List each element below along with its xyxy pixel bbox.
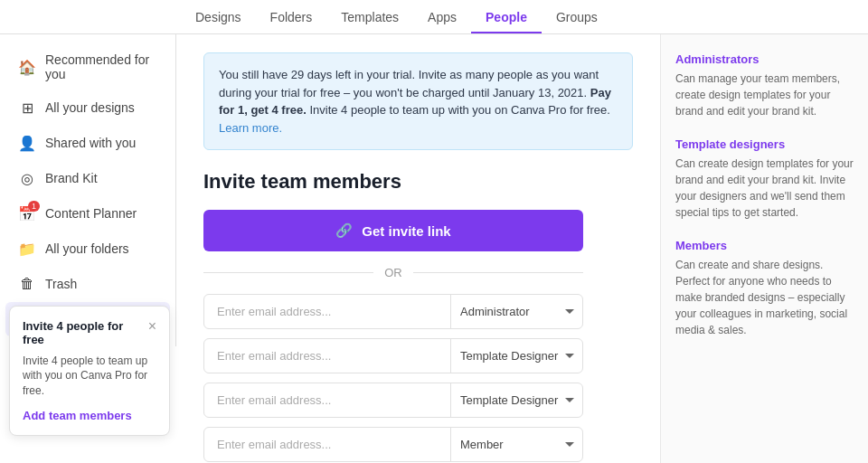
link-icon: 🔗 <box>335 222 353 239</box>
trial-text-after: Invite 4 people to team up with you on C… <box>307 103 610 117</box>
page-title: Invite team members <box>203 170 633 194</box>
sidebar-label-content-planner: Content Planner <box>45 206 137 221</box>
sidebar-label-all-folders: All your folders <box>45 241 129 256</box>
sidebar-label-shared: Shared with you <box>45 136 136 150</box>
sidebar-item-all-designs[interactable]: ⊞All your designs <box>5 90 170 125</box>
recommended-icon: 🏠 <box>18 58 36 76</box>
popup-body: Invite 4 people to team up with you on C… <box>23 354 156 399</box>
role-select-0[interactable]: AdministratorTemplate DesignerMember <box>450 295 582 328</box>
shared-icon: 👤 <box>18 134 36 152</box>
role-section-2: MembersCan create and share designs. Per… <box>675 239 854 338</box>
role-info-panel: AdministratorsCan manage your team membe… <box>660 34 868 463</box>
top-nav: DesignsFoldersTemplatesAppsPeopleGroups <box>0 0 868 34</box>
sidebar-item-shared[interactable]: 👤Shared with you <box>5 126 170 160</box>
sidebar-label-all-designs: All your designs <box>45 100 135 115</box>
email-input-3[interactable] <box>204 428 450 461</box>
email-row-0: AdministratorTemplate DesignerMember <box>203 294 583 329</box>
trial-text-before: You still have 29 days left in your tria… <box>219 68 599 99</box>
sidebar-label-recommended: Recommended for you <box>45 52 157 81</box>
topnav-item-designs[interactable]: Designs <box>181 1 256 33</box>
role-desc-2: Can create and share designs. Perfect fo… <box>675 257 854 338</box>
topnav-item-groups[interactable]: Groups <box>542 1 612 33</box>
role-select-2[interactable]: AdministratorTemplate DesignerMember <box>450 383 582 417</box>
sidebar-item-content-planner[interactable]: 📅1Content Planner <box>5 196 170 231</box>
email-row-2: AdministratorTemplate DesignerMember <box>203 383 583 418</box>
role-title-0: Administrators <box>675 52 854 66</box>
main-content: You still have 29 days left in your tria… <box>176 34 660 463</box>
trial-learn-more[interactable]: Learn more. <box>219 121 282 135</box>
sidebar-item-recommended[interactable]: 🏠Recommended for you <box>5 44 170 90</box>
role-select-1[interactable]: AdministratorTemplate DesignerMember <box>450 339 582 373</box>
all-designs-icon: ⊞ <box>18 99 36 117</box>
invite-popup: Invite 4 people for free × Invite 4 peop… <box>9 306 170 436</box>
email-input-2[interactable] <box>204 383 450 417</box>
sidebar: 🏠Recommended for you⊞All your designs👤Sh… <box>0 34 176 346</box>
role-section-1: Template designersCan create design temp… <box>675 137 854 221</box>
popup-add-link[interactable]: Add team members <box>23 409 132 422</box>
all-folders-icon: 📁 <box>18 240 36 258</box>
topnav-item-apps[interactable]: Apps <box>413 1 471 33</box>
topnav-item-templates[interactable]: Templates <box>326 1 413 33</box>
email-input-0[interactable] <box>204 295 450 328</box>
brand-kit-icon: ◎ <box>18 169 36 187</box>
popup-close-button[interactable]: × <box>148 319 156 334</box>
email-input-1[interactable] <box>204 339 450 373</box>
role-title-1: Template designers <box>675 137 854 151</box>
or-divider: OR <box>203 266 583 279</box>
trash-icon: 🗑 <box>18 275 36 293</box>
get-invite-link-button[interactable]: 🔗 Get invite link <box>203 210 583 251</box>
role-select-3[interactable]: AdministratorTemplate DesignerMember <box>450 428 582 461</box>
sidebar-label-brand-kit: Brand Kit <box>45 171 98 185</box>
email-row-1: AdministratorTemplate DesignerMember <box>203 338 583 373</box>
role-section-0: AdministratorsCan manage your team membe… <box>675 52 854 119</box>
sidebar-label-trash: Trash <box>45 277 77 291</box>
email-rows: AdministratorTemplate DesignerMemberAdmi… <box>203 294 633 463</box>
email-row-3: AdministratorTemplate DesignerMember <box>203 427 583 462</box>
topnav-item-people[interactable]: People <box>471 1 542 33</box>
role-desc-0: Can manage your team members, create des… <box>675 71 854 119</box>
role-desc-1: Can create design templates for your bra… <box>675 156 854 221</box>
popup-title: Invite 4 people for free <box>23 319 148 346</box>
sidebar-item-trash[interactable]: 🗑Trash <box>5 267 170 301</box>
topnav-item-folders[interactable]: Folders <box>256 1 327 33</box>
trial-banner: You still have 29 days left in your tria… <box>203 52 633 150</box>
sidebar-item-all-folders[interactable]: 📁All your folders <box>5 232 170 266</box>
sidebar-item-brand-kit[interactable]: ◎Brand Kit <box>5 161 170 195</box>
role-title-2: Members <box>675 239 854 252</box>
